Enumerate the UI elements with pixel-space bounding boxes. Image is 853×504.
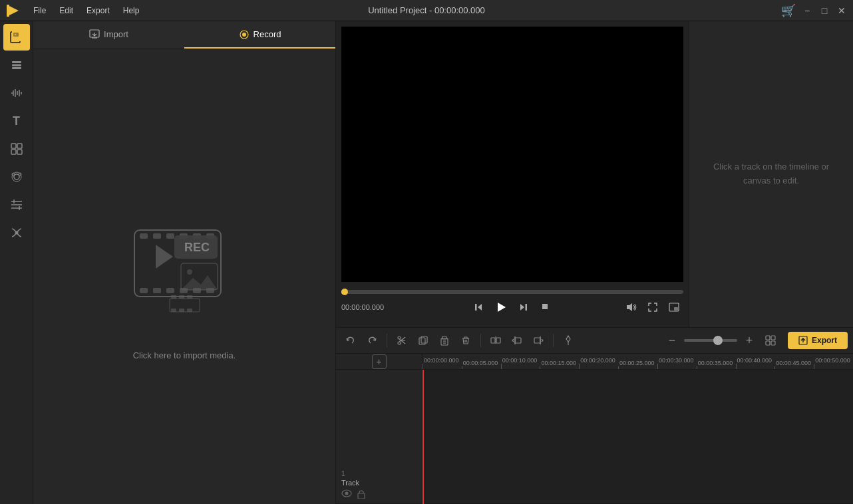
zoom-out-button[interactable]: − xyxy=(663,331,681,350)
tab-record[interactable]: Record xyxy=(184,21,335,49)
timeline-ruler: 00:00:00.000 00:00:05.000 00:00:10.000 0… xyxy=(423,354,853,370)
svg-rect-59 xyxy=(187,309,192,312)
svg-rect-91 xyxy=(766,336,770,340)
tab-import[interactable]: Import xyxy=(33,21,184,49)
ruler-tick: 00:00:45.000 xyxy=(774,360,811,369)
split-button[interactable] xyxy=(486,331,505,350)
svg-rect-61 xyxy=(475,304,477,311)
svg-rect-37 xyxy=(166,233,174,239)
close-button[interactable]: ✕ xyxy=(836,5,848,17)
svg-marker-89 xyxy=(566,336,570,342)
track-controls xyxy=(341,489,417,501)
sidebar-icon-audio[interactable] xyxy=(3,80,30,106)
svg-rect-8 xyxy=(12,61,21,63)
track-number: 1 xyxy=(341,470,417,477)
playback-controls: 00:00:00.000 xyxy=(336,287,689,327)
trim-right-button[interactable] xyxy=(529,331,548,350)
svg-point-19 xyxy=(14,174,19,180)
svg-rect-65 xyxy=(542,304,548,309)
svg-text:REC: REC xyxy=(184,241,210,254)
svg-rect-82 xyxy=(491,338,495,343)
menu-export[interactable]: Export xyxy=(81,5,115,17)
cart-icon[interactable]: 🛒 xyxy=(781,3,796,18)
titlebar: File Edit Export Help Untitled Project -… xyxy=(0,0,853,21)
menu-edit[interactable]: Edit xyxy=(54,5,79,17)
redo-button[interactable] xyxy=(363,331,381,350)
sidebar-icon-media[interactable] xyxy=(3,24,30,51)
timeline-toolbar: − + xyxy=(336,327,853,354)
sidebar-icon-effects[interactable] xyxy=(3,164,30,190)
ruler-tick: 00:00:10.000 xyxy=(501,357,538,369)
svg-rect-64 xyxy=(526,304,528,311)
properties-hint: Click a track on the timeline or canvas … xyxy=(713,160,829,188)
menu-file[interactable]: File xyxy=(28,5,51,17)
track-visibility-icon[interactable] xyxy=(341,489,352,501)
toolbar-separator-2 xyxy=(480,334,481,347)
content-area: Import Record xyxy=(33,21,853,504)
track-label-item: 1 Track xyxy=(336,370,422,504)
sidebar-icon-filters[interactable] xyxy=(3,219,30,246)
delete-button[interactable] xyxy=(456,331,475,350)
svg-rect-93 xyxy=(766,341,770,345)
svg-marker-60 xyxy=(478,304,482,311)
timeline-settings-button[interactable] xyxy=(761,331,780,350)
ruler-tick: 00:00:50.000 xyxy=(814,357,850,369)
properties-panel: Click a track on the timeline or canvas … xyxy=(689,21,853,327)
menu-help[interactable]: Help xyxy=(118,5,145,17)
svg-point-70 xyxy=(398,336,401,339)
zoom-control: − + xyxy=(663,331,759,350)
zoom-slider[interactable] xyxy=(684,339,737,342)
progress-thumb[interactable] xyxy=(341,289,348,295)
play-button[interactable] xyxy=(490,297,512,318)
ruler-tick: 00:00:20.000 xyxy=(579,357,615,369)
minimize-button[interactable]: − xyxy=(801,5,813,17)
import-hint[interactable]: Click here to import media. xyxy=(133,350,236,360)
track-lock-icon[interactable] xyxy=(357,489,365,501)
maximize-button[interactable]: □ xyxy=(818,5,830,17)
ruler-tick: 00:00:35.000 xyxy=(697,360,733,369)
svg-point-20 xyxy=(12,172,21,182)
toolbar-separator-1 xyxy=(387,334,387,347)
marker-button[interactable] xyxy=(559,331,578,350)
sidebar-icon-text[interactable]: T xyxy=(3,108,30,134)
fast-forward-button[interactable] xyxy=(514,298,533,316)
zoom-thumb[interactable] xyxy=(713,336,723,345)
titlebar-left: File Edit Export Help xyxy=(5,3,144,18)
svg-marker-52 xyxy=(181,275,218,290)
timeline-content: + 1 Track xyxy=(336,354,853,504)
sidebar-icon-transitions[interactable] xyxy=(3,191,30,218)
svg-rect-35 xyxy=(140,233,148,239)
pip-button[interactable] xyxy=(665,298,683,316)
export-button[interactable]: Export xyxy=(788,332,848,349)
add-track-button[interactable]: + xyxy=(372,354,387,369)
sidebar: T xyxy=(0,21,33,504)
window-title: Untitled Project - 00:00:00.000 xyxy=(368,5,485,15)
copy-button[interactable] xyxy=(414,331,432,350)
preview-and-props: 00:00:00.000 xyxy=(336,21,853,327)
svg-rect-6 xyxy=(12,67,21,69)
svg-rect-17 xyxy=(11,150,16,154)
stop-button[interactable] xyxy=(536,298,554,316)
trim-left-button[interactable] xyxy=(508,331,526,350)
svg-rect-16 xyxy=(17,144,22,148)
fullscreen-button[interactable] xyxy=(643,298,662,316)
undo-button[interactable] xyxy=(341,331,360,350)
svg-rect-1 xyxy=(7,5,9,17)
sidebar-icon-layers[interactable] xyxy=(3,52,30,78)
progress-bar[interactable] xyxy=(341,290,683,294)
track-name: Track xyxy=(341,479,417,487)
sidebar-icon-templates[interactable] xyxy=(3,136,30,162)
svg-point-33 xyxy=(242,33,246,37)
paste-button[interactable] xyxy=(435,331,454,350)
svg-rect-94 xyxy=(771,341,775,345)
rewind-button[interactable] xyxy=(469,298,488,316)
svg-rect-15 xyxy=(11,144,16,148)
svg-rect-58 xyxy=(179,309,184,312)
cut-button[interactable] xyxy=(393,331,411,350)
rec-illustration: REC xyxy=(111,193,257,340)
controls-left: 00:00:00.000 xyxy=(341,303,401,311)
zoom-in-button[interactable]: + xyxy=(740,331,759,350)
volume-button[interactable] xyxy=(622,298,641,316)
timeline-tracks-area[interactable] xyxy=(423,370,853,504)
menubar: File Edit Export Help xyxy=(28,5,144,17)
